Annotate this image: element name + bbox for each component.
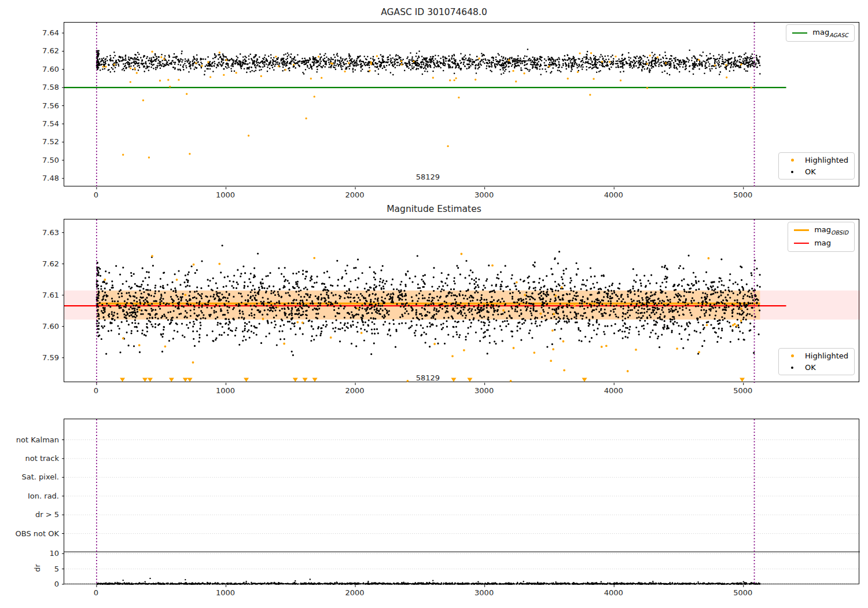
x-tick-label: 1000 xyxy=(216,588,235,597)
legend-mag-lines: magOBSID mag xyxy=(788,222,855,252)
x-tick-label: 1000 xyxy=(216,191,235,199)
red-line-swatch xyxy=(794,243,809,244)
legend-row-mag: mag xyxy=(794,239,848,249)
plot-canvas xyxy=(64,419,860,585)
x-tick-label: 4000 xyxy=(604,588,623,597)
x-tick-label: 2000 xyxy=(345,588,365,597)
x-tick-label: 4000 xyxy=(604,386,623,395)
obsid-number-label: 58129 xyxy=(416,373,440,382)
y-tick-label: 7.61 xyxy=(42,290,59,299)
legend-points-middle: Highlighted OK xyxy=(778,348,855,375)
x-tick-label: 2000 xyxy=(345,386,365,395)
y-tick-label: 7.59 xyxy=(42,353,59,361)
x-tick-label: 0 xyxy=(94,386,98,395)
legend-label-mag-agasc: magAGASC xyxy=(812,28,848,38)
y-tick-label: 7.64 xyxy=(42,28,59,37)
flag-category-label: not track xyxy=(25,453,59,462)
x-tick-label: 4000 xyxy=(604,191,623,199)
x-tick-label: 3000 xyxy=(475,191,494,199)
dr-tick-label: 0 xyxy=(54,580,59,588)
flag-category-label: not Kalman xyxy=(16,435,59,444)
legend-row-highlighted: Highlighted xyxy=(785,351,848,360)
flag-category-label: Ion. rad. xyxy=(28,491,59,500)
legend-row-highlighted: Highlighted xyxy=(785,156,848,164)
legend-label-highlighted: Highlighted xyxy=(805,156,848,164)
flags-plot-area xyxy=(64,419,859,584)
legend-mag-agasc: magAGASC xyxy=(786,24,855,42)
legend-label-ok: OK xyxy=(805,167,816,176)
dr-axis-label: dr xyxy=(33,564,42,572)
legend-row-mag-obsid: magOBSID xyxy=(794,225,848,236)
plot-canvas xyxy=(64,219,860,383)
x-tick-label: 1000 xyxy=(216,386,235,395)
flag-category-label: OBS not OK xyxy=(16,529,60,537)
y-tick-label: 7.54 xyxy=(42,119,59,127)
black-dot-swatch xyxy=(785,171,800,173)
y-tick-label: 7.52 xyxy=(42,137,59,146)
figure: AGASC ID 301074648.0 Magnitude Estimates… xyxy=(0,0,868,608)
obsid-number-label: 58129 xyxy=(416,173,440,181)
legend-label-ok: OK xyxy=(805,363,816,372)
top-plot-title: AGASC ID 301074648.0 xyxy=(0,7,868,17)
legend-points-top: Highlighted OK xyxy=(778,152,855,180)
legend-row-mag-agasc: magAGASC xyxy=(792,28,848,38)
x-tick-label: 3000 xyxy=(475,588,494,597)
y-tick-label: 7.62 xyxy=(42,259,59,268)
y-tick-label: 7.48 xyxy=(42,174,59,182)
dr-tick-label: 5 xyxy=(54,564,59,573)
middle-plot-area xyxy=(64,219,859,382)
dr-tick-label: 10 xyxy=(49,549,59,558)
ok-points xyxy=(97,49,760,75)
x-tick-label: 0 xyxy=(94,191,98,199)
top-plot-area xyxy=(64,22,859,186)
legend-label-mag-obsid: magOBSID xyxy=(814,225,848,236)
y-tick-label: 7.56 xyxy=(42,101,59,109)
flag-category-label: dr > 5 xyxy=(35,510,59,519)
x-tick-label: 5000 xyxy=(733,386,752,395)
y-tick-label: 7.60 xyxy=(42,321,59,330)
black-dot-swatch xyxy=(785,367,800,369)
y-tick-label: 7.63 xyxy=(42,228,59,236)
orange-dot-swatch xyxy=(785,354,800,357)
legend-row-ok: OK xyxy=(785,363,848,372)
y-tick-label: 7.58 xyxy=(42,83,59,91)
legend-row-ok: OK xyxy=(785,167,848,176)
y-tick-label: 7.50 xyxy=(42,155,59,164)
orange-dot-swatch xyxy=(785,159,800,162)
x-tick-label: 5000 xyxy=(733,588,752,597)
legend-label-highlighted: Highlighted xyxy=(805,351,848,360)
y-tick-label: 7.62 xyxy=(42,46,59,55)
legend-label-mag: mag xyxy=(814,239,831,249)
x-tick-label: 0 xyxy=(94,588,98,597)
green-line-swatch xyxy=(792,32,807,34)
x-tick-label: 5000 xyxy=(733,191,752,199)
plot-canvas xyxy=(64,23,860,187)
flag-category-label: Sat. pixel. xyxy=(22,473,59,481)
middle-plot-title: Magnitude Estimates xyxy=(0,204,868,214)
dr-points xyxy=(97,578,760,584)
x-tick-label: 3000 xyxy=(475,386,494,395)
x-tick-label: 2000 xyxy=(345,191,365,199)
y-tick-label: 7.60 xyxy=(42,64,59,73)
orange-line-swatch xyxy=(794,229,809,231)
